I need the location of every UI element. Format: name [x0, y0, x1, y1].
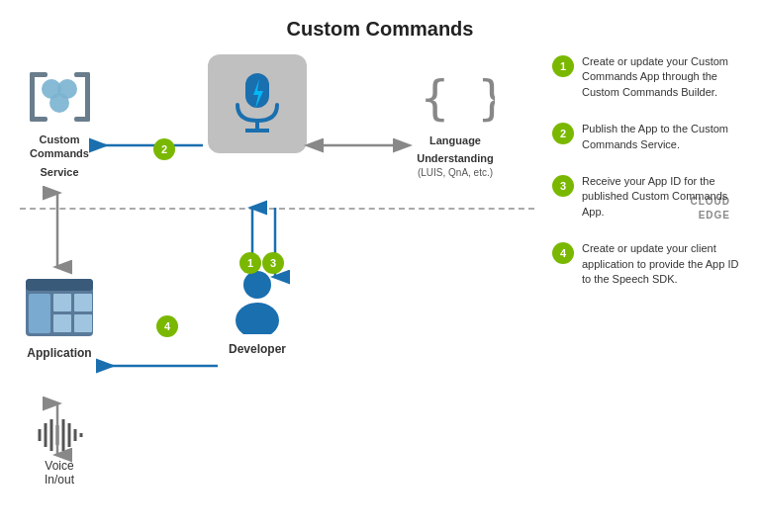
steps-panel: 1 Create or update your Custom Commands …	[552, 54, 750, 309]
badge-2: 2	[153, 138, 175, 160]
step-item-4: 4 Create or update your client applicati…	[552, 241, 750, 287]
svg-rect-1	[30, 72, 48, 77]
voice-icon-group: VoiceIn/out	[20, 415, 99, 487]
step-badge-2: 2	[552, 123, 574, 144]
svg-rect-0	[30, 72, 35, 122]
svg-rect-17	[53, 294, 71, 311]
cc-service-icon-group: Custom Commands Service	[20, 64, 99, 179]
luis-label: Language	[411, 133, 500, 147]
application-icon-group: Application	[20, 277, 99, 360]
luis-icon-group: { } Language Understanding (LUIS, QnA, e…	[411, 71, 500, 179]
badge-4: 4	[156, 315, 178, 337]
cc-service-icon	[25, 64, 94, 129]
svg-text:{ }: { }	[421, 71, 495, 126]
luis-label2: Understanding	[411, 151, 500, 165]
svg-point-22	[236, 303, 279, 334]
step-badge-1: 1	[552, 55, 574, 77]
step-item-1: 1 Create or update your Custom Commands …	[552, 54, 750, 100]
voice-label: VoiceIn/out	[20, 459, 99, 487]
application-label: Application	[20, 346, 99, 360]
cc-service-label: Custom Commands	[20, 133, 99, 161]
developer-label: Developer	[218, 342, 297, 356]
step-badge-3: 3	[552, 175, 574, 197]
svg-rect-4	[74, 72, 90, 77]
svg-point-21	[243, 271, 271, 299]
svg-rect-15	[26, 279, 93, 291]
step-badge-4: 4	[552, 242, 574, 264]
step-item-2: 2 Publish the App to the Custom Commands…	[552, 122, 750, 152]
step-text-3: Receive your App ID for the published Cu…	[582, 174, 750, 220]
cloud-edge-divider	[20, 208, 534, 210]
svg-rect-5	[74, 117, 90, 122]
badge-3: 3	[262, 252, 284, 274]
developer-icon-group: Developer	[218, 267, 297, 356]
badge-1: 1	[239, 252, 261, 274]
svg-rect-2	[30, 117, 48, 122]
svg-rect-18	[74, 294, 92, 311]
step-text-1: Create or update your Custom Commands Ap…	[582, 54, 750, 100]
svg-point-8	[49, 93, 69, 113]
page-title: Custom Commands	[0, 0, 760, 41]
step-text-4: Create or update your client application…	[582, 241, 750, 287]
step-text-2: Publish the App to the Custom Commands S…	[582, 122, 750, 152]
step-item-3: 3 Receive your App ID for the published …	[552, 174, 750, 220]
microphone-box	[208, 54, 307, 153]
svg-rect-19	[53, 314, 71, 332]
luis-sublabel: (LUIS, QnA, etc.)	[411, 166, 500, 179]
svg-rect-20	[74, 314, 92, 332]
svg-rect-3	[85, 72, 90, 122]
svg-rect-16	[29, 294, 50, 333]
cc-service-label2: Service	[20, 165, 99, 179]
